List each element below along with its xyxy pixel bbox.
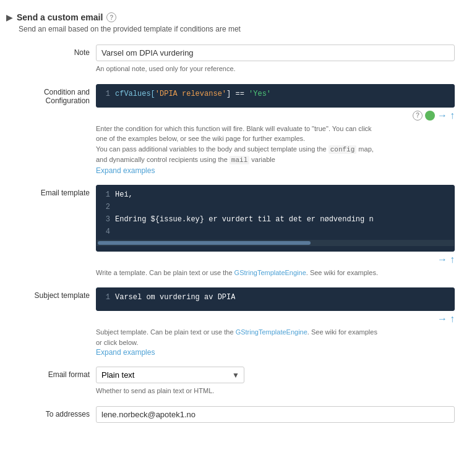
section-subtitle: Send an email based on the provided temp… bbox=[0, 25, 464, 40]
section-title: Send a custom email bbox=[17, 12, 103, 22]
email-format-label: Email format bbox=[9, 367, 90, 379]
condition-hint-6: variable bbox=[251, 156, 275, 163]
condition-hint-2: one of the examples below, or see the wi… bbox=[96, 135, 305, 142]
condition-code-line: 1 cfValues['DPIA relevanse'] == 'Yes' bbox=[97, 90, 454, 102]
email-line-num-3: 3 bbox=[97, 215, 115, 224]
condition-help-icon[interactable]: ? bbox=[413, 111, 423, 121]
subject-hint-3: or click below. bbox=[96, 339, 138, 346]
condition-arrow-right-icon[interactable]: → bbox=[437, 110, 447, 121]
condition-line-content: cfValues['DPIA relevanse'] == 'Yes' bbox=[115, 90, 271, 98]
condition-arrow-up-icon[interactable]: ↑ bbox=[450, 110, 455, 121]
email-format-select[interactable]: Plain text HTML bbox=[96, 367, 244, 383]
email-format-row: Email format Plain text HTML ▼ Whether t… bbox=[0, 362, 464, 401]
subject-expand-link[interactable]: Expand examples bbox=[96, 348, 155, 357]
email-line-content-3: Endring ${issue.key} er vurdert til at d… bbox=[115, 215, 374, 224]
condition-line-number: 1 bbox=[97, 90, 115, 98]
section-help-icon[interactable]: ? bbox=[106, 12, 116, 22]
subject-template-editor[interactable]: 1 Varsel om vurdering av DPIA bbox=[96, 287, 455, 311]
condition-status-dot bbox=[425, 111, 435, 121]
email-line-2: 2 bbox=[97, 203, 454, 215]
condition-hint-5: and dynamically control recipients using… bbox=[96, 156, 228, 163]
email-template-hint-2: . See wiki for examples. bbox=[306, 269, 378, 276]
subject-line-number: 1 bbox=[97, 293, 115, 302]
subject-template-arrow-up-icon[interactable]: ↑ bbox=[450, 313, 455, 325]
note-field: An optional note, used only for your ref… bbox=[96, 45, 455, 74]
email-template-arrow-right-icon[interactable]: → bbox=[437, 254, 447, 265]
email-format-field: Plain text HTML ▼ Whether to send as pla… bbox=[96, 367, 455, 396]
email-template-editor-actions: → ↑ bbox=[96, 254, 455, 265]
email-template-row: Email template 1 Hei, 2 3 Endring ${issu… bbox=[0, 180, 464, 283]
code-cf-values: cfValues[ bbox=[115, 90, 155, 98]
note-row: Note An optional note, used only for you… bbox=[0, 40, 464, 79]
email-editor-scrollbar[interactable] bbox=[97, 240, 454, 246]
condition-row: Condition andConfiguration 1 cfValues['D… bbox=[0, 79, 464, 180]
subject-template-label: Subject template bbox=[9, 287, 90, 300]
to-addresses-field bbox=[96, 406, 455, 423]
email-line-num-2: 2 bbox=[97, 203, 115, 211]
email-format-select-wrapper: Plain text HTML ▼ bbox=[96, 367, 244, 383]
condition-hint-3: You can pass additional variables to the… bbox=[96, 145, 327, 153]
email-line-1: 1 Hei, bbox=[97, 190, 454, 203]
section-arrow-icon: ▶ bbox=[6, 12, 13, 22]
section-header: ▶ Send a custom email ? bbox=[0, 6, 464, 25]
subject-gstring-link[interactable]: GStringTemplateEngine bbox=[236, 328, 307, 336]
to-addresses-label: To addresses bbox=[9, 406, 90, 419]
code-yes-value: 'Yes' bbox=[249, 90, 271, 98]
mail-code: mail bbox=[230, 156, 249, 164]
email-line-num-4: 4 bbox=[97, 227, 115, 236]
note-input[interactable] bbox=[96, 45, 455, 61]
subject-template-row: Subject template 1 Varsel om vurdering a… bbox=[0, 283, 464, 362]
email-template-editor[interactable]: 1 Hei, 2 3 Endring ${issue.key} er vurde… bbox=[96, 185, 455, 252]
email-line-3: 3 Endring ${issue.key} er vurdert til at… bbox=[97, 215, 454, 227]
subject-hint-2: . See wiki for examples bbox=[307, 328, 377, 336]
email-line-4: 4 bbox=[97, 227, 454, 240]
email-editor-scrollbar-thumb bbox=[98, 241, 311, 245]
subject-hint-1: Subject template. Can be plain text or u… bbox=[96, 328, 234, 336]
email-template-label: Email template bbox=[9, 185, 90, 197]
condition-hint-1: Enter the condition for which this funct… bbox=[96, 125, 372, 132]
email-gstring-link[interactable]: GStringTemplateEngine bbox=[234, 269, 306, 276]
email-template-arrow-up-icon[interactable]: ↑ bbox=[450, 254, 455, 265]
condition-hint-4: map, bbox=[358, 145, 373, 153]
subject-template-arrow-right-icon[interactable]: → bbox=[437, 313, 447, 325]
condition-field: 1 cfValues['DPIA relevanse'] == 'Yes' ? … bbox=[96, 84, 455, 175]
to-addresses-row: To addresses bbox=[0, 401, 464, 428]
email-line-num-1: 1 bbox=[97, 190, 115, 199]
condition-label: Condition andConfiguration bbox=[9, 84, 90, 105]
condition-hint: Enter the condition for which this funct… bbox=[96, 124, 455, 166]
to-addresses-input[interactable] bbox=[96, 406, 455, 423]
condition-editor[interactable]: 1 cfValues['DPIA relevanse'] == 'Yes' bbox=[96, 84, 455, 108]
code-operator: ] == bbox=[226, 90, 249, 98]
note-hint: An optional note, used only for your ref… bbox=[96, 64, 455, 74]
condition-editor-actions: ? → ↑ bbox=[96, 110, 455, 121]
code-dpia-string: 'DPIA relevanse' bbox=[155, 90, 226, 98]
email-line-content-1: Hei, bbox=[115, 190, 133, 199]
condition-expand-link[interactable]: Expand examples bbox=[96, 166, 155, 175]
subject-template-field: 1 Varsel om vurdering av DPIA → ↑ Subjec… bbox=[96, 287, 455, 357]
subject-template-editor-actions: → ↑ bbox=[96, 313, 455, 325]
subject-line-content: Varsel om vurdering av DPIA bbox=[115, 293, 235, 302]
email-format-hint: Whether to send as plain text or HTML. bbox=[96, 386, 455, 396]
subject-code-line: 1 Varsel om vurdering av DPIA bbox=[97, 293, 454, 305]
email-template-field: 1 Hei, 2 3 Endring ${issue.key} er vurde… bbox=[96, 185, 455, 278]
email-template-hint-1: Write a template. Can be plain text or u… bbox=[96, 269, 233, 276]
note-label: Note bbox=[9, 45, 90, 57]
email-template-hint: Write a template. Can be plain text or u… bbox=[96, 268, 455, 278]
subject-template-hint: Subject template. Can be plain text or u… bbox=[96, 327, 455, 347]
config-code: config bbox=[329, 145, 357, 154]
